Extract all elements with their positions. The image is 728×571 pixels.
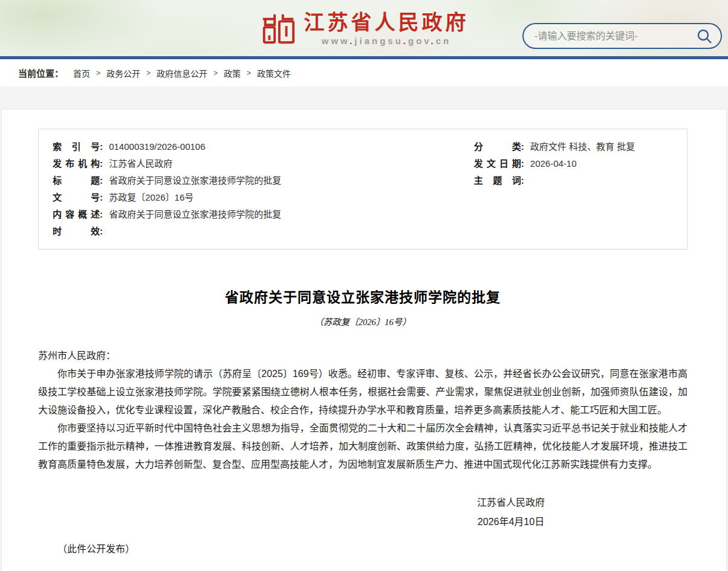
signer: 江苏省人民政府 <box>477 493 545 512</box>
breadcrumb-item-wenjian[interactable]: 政策文件 <box>257 67 291 79</box>
meta-row-issuer: 发布机构: 江苏省人民政府 <box>53 155 459 172</box>
breadcrumb-separator: > <box>96 69 100 77</box>
signature-block: 江苏省人民政府 2026年4月10日 <box>38 493 687 532</box>
paragraph-2: 你市要坚持以习近平新时代中国特色社会主义思想为指导，全面贯彻党的二十大和二十届历… <box>38 419 687 474</box>
breadcrumb-separator: > <box>247 69 251 77</box>
breadcrumb-item-home[interactable]: 首页 <box>73 67 90 79</box>
meta-label: 内容概述: <box>53 209 106 219</box>
meta-value: 2026-04-10 <box>530 158 577 169</box>
site-logo[interactable]: 江苏省人民政府 www.jiangsu.gov.cn <box>259 10 469 47</box>
document-title: 省政府关于同意设立张家港技师学院的批复 <box>38 286 687 306</box>
breadcrumb-label: 当前位置： <box>18 66 63 79</box>
meta-label: 标题: <box>53 175 106 185</box>
meta-label: 发文日期: <box>474 158 528 169</box>
salutation: 苏州市人民政府： <box>38 347 687 365</box>
meta-value: 苏政复〔2026〕16号 <box>109 192 193 202</box>
document-number: （苏政复〔2026〕16号） <box>38 315 687 327</box>
meta-value: 省政府关于同意设立张家港技师学院的批复 <box>109 209 281 219</box>
document-body: 苏州市人民政府： 你市关于申办张家港技师学院的请示（苏府呈〔2025〕169号）… <box>38 347 687 558</box>
jiangsu-seal-icon <box>259 10 297 47</box>
paragraph-1: 你市关于申办张家港技师学院的请示（苏府呈〔2025〕169号）收悉。经初审、专家… <box>38 365 687 419</box>
meta-label: 索引号: <box>53 141 106 152</box>
sign-date: 2026年4月10日 <box>477 512 545 532</box>
search-icon[interactable] <box>697 28 712 44</box>
meta-row-issue-date: 发文日期: 2026-04-10 <box>474 155 687 172</box>
footnote: （此件公开发布） <box>38 540 687 558</box>
search-box <box>522 23 722 49</box>
breadcrumb: 当前位置： 首页 > 政务公开 > 政府信息公开 > 政策 > 政策文件 <box>0 59 728 86</box>
breadcrumb-item-xinxi[interactable]: 政府信息公开 <box>157 67 207 79</box>
meta-row-doc-number: 文号: 苏政复〔2026〕16号 <box>53 189 459 206</box>
meta-value: 014000319/2026-00106 <box>109 141 205 152</box>
url-dot: . <box>403 36 408 46</box>
breadcrumb-item-zhengwu[interactable]: 政务公开 <box>106 67 140 79</box>
breadcrumb-separator: > <box>213 69 218 77</box>
meta-value: 江苏省人民政府 <box>109 158 172 169</box>
main-content: 索引号: 014000319/2026-00106 发布机构: 江苏省人民政府 … <box>0 86 728 571</box>
meta-row-summary: 内容概述: 省政府关于同意设立张家港技师学院的批复 <box>53 206 459 223</box>
search-input[interactable] <box>535 31 697 42</box>
meta-row-index-number: 索引号: 014000319/2026-00106 <box>53 138 459 155</box>
meta-label: 主题词: <box>474 175 528 185</box>
site-header: 江苏省人民政府 www.jiangsu.gov.cn <box>0 0 728 56</box>
document-panel: 索引号: 014000319/2026-00106 发布机构: 江苏省人民政府 … <box>1 109 727 571</box>
breadcrumb-item-zhengce[interactable]: 政策 <box>224 67 241 79</box>
meta-row-title: 标题: 省政府关于同意设立张家港技师学院的批复 <box>53 172 459 189</box>
meta-row-validity: 时效: <box>53 223 459 240</box>
meta-value: 政府文件 科技、教育 批复 <box>530 141 635 152</box>
meta-label: 发布机构: <box>53 158 106 169</box>
meta-label: 文号: <box>53 192 106 202</box>
url-dot: . <box>431 36 436 46</box>
meta-label: 时效: <box>53 226 106 236</box>
meta-row-category: 分类: 政府文件 科技、教育 批复 <box>474 138 687 155</box>
meta-value: 省政府关于同意设立张家港技师学院的批复 <box>109 175 281 185</box>
meta-row-keywords: 主题词: <box>474 172 687 189</box>
site-url: www.jiangsu.gov.cn <box>304 36 469 46</box>
meta-label: 分类: <box>474 141 528 152</box>
meta-table: 索引号: 014000319/2026-00106 发布机构: 江苏省人民政府 … <box>38 129 687 250</box>
site-name: 江苏省人民政府 <box>304 11 469 34</box>
breadcrumb-separator: > <box>146 69 151 77</box>
